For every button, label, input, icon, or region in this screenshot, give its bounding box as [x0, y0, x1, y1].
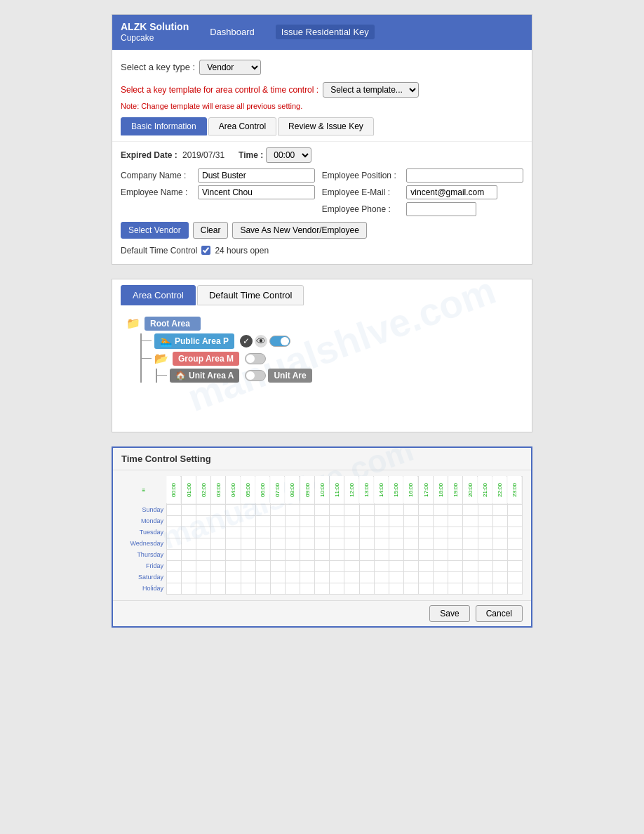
- time-cell-wednesday-21[interactable]: [478, 538, 492, 549]
- time-cell-monday-22[interactable]: [492, 515, 507, 527]
- time-cell-thursday-1[interactable]: [182, 549, 196, 560]
- time-cell-monday-17[interactable]: [419, 515, 434, 527]
- time-cell-friday-22[interactable]: [492, 560, 507, 571]
- time-cell-sunday-1[interactable]: [182, 504, 196, 515]
- time-cell-holiday-3[interactable]: [211, 583, 226, 594]
- time-cell-tuesday-18[interactable]: [434, 527, 448, 538]
- time-cell-holiday-10[interactable]: [315, 583, 330, 594]
- time-cell-saturday-11[interactable]: [330, 571, 344, 583]
- time-cell-wednesday-0[interactable]: [166, 538, 181, 549]
- time-cell-tuesday-17[interactable]: [419, 527, 434, 538]
- time-cell-tuesday-21[interactable]: [478, 527, 492, 538]
- time-cell-holiday-4[interactable]: [226, 583, 241, 594]
- time-cell-thursday-10[interactable]: [315, 549, 330, 560]
- time-cell-monday-13[interactable]: [359, 515, 374, 527]
- time-cell-holiday-0[interactable]: [166, 583, 181, 594]
- time-cell-saturday-16[interactable]: [403, 571, 418, 583]
- time-cell-thursday-16[interactable]: [403, 549, 418, 560]
- default-time-checkbox[interactable]: [201, 246, 210, 255]
- time-cell-monday-11[interactable]: [330, 515, 344, 527]
- time-cell-monday-3[interactable]: [211, 515, 226, 527]
- time-cell-monday-15[interactable]: [389, 515, 403, 527]
- time-cell-tuesday-6[interactable]: [255, 527, 270, 538]
- time-cell-saturday-14[interactable]: [374, 571, 389, 583]
- time-cell-wednesday-13[interactable]: [359, 538, 374, 549]
- time-cell-thursday-11[interactable]: [330, 549, 344, 560]
- template-select[interactable]: Select a template...: [323, 82, 419, 98]
- employee-email-input[interactable]: [406, 185, 497, 199]
- time-cell-saturday-12[interactable]: [344, 571, 359, 583]
- tab-basic-info[interactable]: Basic Information: [121, 117, 207, 135]
- time-cell-thursday-23[interactable]: [507, 549, 522, 560]
- time-cell-monday-0[interactable]: [166, 515, 181, 527]
- nav-dashboard[interactable]: Dashboard: [210, 27, 255, 37]
- time-cell-sunday-5[interactable]: [241, 504, 255, 515]
- time-cell-holiday-2[interactable]: [196, 583, 211, 594]
- time-cell-friday-13[interactable]: [359, 560, 374, 571]
- time-cell-holiday-14[interactable]: [374, 583, 389, 594]
- employee-name-input[interactable]: [198, 185, 315, 199]
- time-cell-thursday-9[interactable]: [300, 549, 315, 560]
- time-cell-tuesday-7[interactable]: [270, 527, 285, 538]
- time-cell-monday-7[interactable]: [270, 515, 285, 527]
- tab-area-control[interactable]: Area Control: [208, 117, 276, 135]
- company-name-input[interactable]: [198, 168, 315, 183]
- time-cell-thursday-13[interactable]: [359, 549, 374, 560]
- time-cell-saturday-22[interactable]: [492, 571, 507, 583]
- time-cell-tuesday-15[interactable]: [389, 527, 403, 538]
- time-cell-sunday-11[interactable]: [330, 504, 344, 515]
- time-cell-friday-0[interactable]: [166, 560, 181, 571]
- employee-phone-input[interactable]: [406, 202, 476, 216]
- time-cell-holiday-19[interactable]: [448, 583, 463, 594]
- time-cell-friday-9[interactable]: [300, 560, 315, 571]
- time-cell-thursday-7[interactable]: [270, 549, 285, 560]
- time-cell-thursday-12[interactable]: [344, 549, 359, 560]
- time-cell-holiday-16[interactable]: [403, 583, 418, 594]
- time-cell-sunday-20[interactable]: [463, 504, 478, 515]
- time-cell-wednesday-16[interactable]: [403, 538, 418, 549]
- time-cell-sunday-0[interactable]: [166, 504, 181, 515]
- time-cell-thursday-4[interactable]: [226, 549, 241, 560]
- time-cell-saturday-19[interactable]: [448, 571, 463, 583]
- time-cell-friday-7[interactable]: [270, 560, 285, 571]
- time-cell-saturday-20[interactable]: [463, 571, 478, 583]
- time-cell-friday-18[interactable]: [434, 560, 448, 571]
- time-cell-thursday-2[interactable]: [196, 549, 211, 560]
- time-cell-saturday-17[interactable]: [419, 571, 434, 583]
- time-cell-thursday-3[interactable]: [211, 549, 226, 560]
- time-cell-friday-21[interactable]: [478, 560, 492, 571]
- time-cell-wednesday-10[interactable]: [315, 538, 330, 549]
- time-cell-monday-5[interactable]: [241, 515, 255, 527]
- nav-issue-key[interactable]: Issue Residential Key: [276, 25, 375, 39]
- time-cell-sunday-9[interactable]: [300, 504, 315, 515]
- time-cell-wednesday-14[interactable]: [374, 538, 389, 549]
- time-cell-monday-10[interactable]: [315, 515, 330, 527]
- time-cell-sunday-18[interactable]: [434, 504, 448, 515]
- time-cell-wednesday-18[interactable]: [434, 538, 448, 549]
- time-cell-wednesday-22[interactable]: [492, 538, 507, 549]
- time-cell-tuesday-0[interactable]: [166, 527, 181, 538]
- time-cell-tuesday-23[interactable]: [507, 527, 522, 538]
- time-cell-friday-19[interactable]: [448, 560, 463, 571]
- time-cell-holiday-6[interactable]: [255, 583, 270, 594]
- time-cell-sunday-6[interactable]: [255, 504, 270, 515]
- time-cell-saturday-7[interactable]: [270, 571, 285, 583]
- time-cell-friday-4[interactable]: [226, 560, 241, 571]
- time-cell-saturday-8[interactable]: [285, 571, 300, 583]
- time-cell-sunday-15[interactable]: [389, 504, 403, 515]
- time-cell-monday-8[interactable]: [285, 515, 300, 527]
- time-cell-holiday-23[interactable]: [507, 583, 522, 594]
- time-cell-tuesday-12[interactable]: [344, 527, 359, 538]
- time-cell-thursday-21[interactable]: [478, 549, 492, 560]
- time-cell-thursday-15[interactable]: [389, 549, 403, 560]
- select-vendor-button[interactable]: Select Vendor: [121, 222, 189, 239]
- time-cell-friday-8[interactable]: [285, 560, 300, 571]
- time-cell-holiday-15[interactable]: [389, 583, 403, 594]
- time-cell-saturday-3[interactable]: [211, 571, 226, 583]
- time-cell-saturday-0[interactable]: [166, 571, 181, 583]
- time-cell-tuesday-8[interactable]: [285, 527, 300, 538]
- tab-review-issue[interactable]: Review & Issue Key: [278, 117, 374, 135]
- public-toggle[interactable]: [269, 336, 290, 347]
- time-cell-sunday-10[interactable]: [315, 504, 330, 515]
- unit-toggle[interactable]: [245, 370, 266, 381]
